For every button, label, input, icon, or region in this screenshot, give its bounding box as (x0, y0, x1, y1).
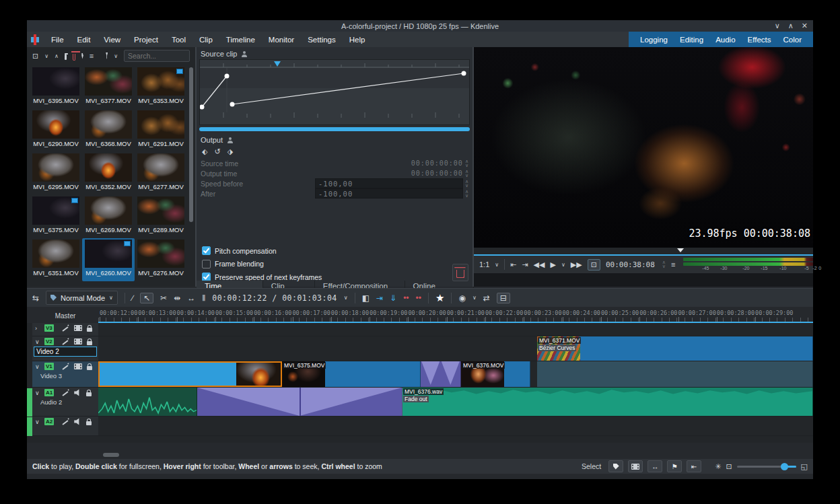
keyframe-move-right-icon[interactable]: ⬗ (228, 147, 233, 156)
timeline-clip[interactable] (421, 361, 461, 387)
track-badge[interactable]: A2 (44, 418, 54, 425)
bin-clip-item[interactable]: MVI_6395.MOV (30, 66, 82, 109)
workspace-tab[interactable]: Effects (742, 36, 777, 44)
bin-clip-item[interactable]: MVI_6290.MOV (30, 109, 82, 152)
forward-icon[interactable]: ▶▶ (571, 260, 582, 269)
track-film-icon[interactable] (74, 338, 82, 345)
track-lock-icon[interactable] (87, 341, 92, 345)
track-badge[interactable]: V1 (44, 363, 54, 370)
track-header[interactable]: ∨ V2 Video 2 (32, 336, 98, 361)
track-name[interactable]: Audio 2 (32, 396, 98, 406)
track-target-indicator[interactable] (27, 417, 32, 436)
monitor-menu-icon[interactable]: ≡ (671, 260, 675, 268)
track-effects-icon[interactable] (62, 363, 69, 370)
menu-item[interactable]: Clip (193, 32, 219, 48)
maximize-button[interactable]: ∧ (788, 22, 794, 30)
bin-clip-item[interactable]: MVI_6353.MOV (135, 66, 187, 109)
spinner-arrows[interactable]: ∧∨ (465, 170, 468, 178)
bin-scrollbar[interactable] (189, 67, 193, 222)
thumbnails-toggle-button[interactable] (628, 460, 643, 472)
slip-tool-icon[interactable]: ↔ (187, 293, 195, 303)
menu-item[interactable]: Monitor (262, 32, 301, 48)
selection-tool-button[interactable]: ↖ (140, 293, 153, 303)
insert-zone-icon[interactable]: ⇥ (376, 293, 383, 303)
track-film-icon[interactable] (74, 325, 82, 331)
track-lock-icon[interactable] (86, 392, 92, 396)
track-lock-icon[interactable] (87, 328, 92, 332)
monitor-seek-bar[interactable] (474, 248, 813, 254)
menu-item[interactable]: Tool (165, 32, 193, 48)
zoom-fit-icon[interactable]: ◱ (801, 462, 808, 471)
timeline-horizontal-scrollbar[interactable] (103, 453, 119, 457)
track-film-icon[interactable] (74, 363, 82, 369)
checkbox[interactable] (202, 260, 211, 268)
track-effects-icon[interactable] (62, 324, 69, 332)
monitor-zoom-dropdown-icon[interactable]: ∨ (495, 262, 499, 268)
track-speaker-icon[interactable] (74, 418, 81, 425)
bin-menu-icon[interactable]: ≡ (90, 52, 94, 60)
create-folder-icon[interactable] (65, 55, 67, 60)
track-header[interactable]: ∨ A2 (32, 417, 98, 436)
play-icon[interactable]: ▶ (550, 260, 555, 269)
track-header[interactable]: ∨ A1 Audio 2 (32, 388, 98, 417)
edit-mode-combobox[interactable]: Normal Mode ∨ (46, 291, 118, 305)
bin-clip-item[interactable]: MVI_6260.MOV (82, 238, 135, 281)
slider-handle[interactable] (781, 463, 788, 470)
track-row-v3[interactable] (98, 323, 813, 336)
timecode-spinner[interactable]: ∧∨ (662, 260, 666, 268)
bin-clip-item[interactable]: MVI_6295.MOV (30, 152, 82, 195)
monitor-zoom-label[interactable]: 1:1 (479, 260, 489, 268)
menu-item[interactable]: Settings (301, 32, 343, 48)
close-button[interactable]: ✕ (802, 22, 808, 30)
track-rename-input[interactable]: Video 2 (34, 347, 97, 357)
zoom-spot-icon[interactable]: ✳ (715, 462, 721, 471)
mixer-button[interactable]: ⊟ (497, 293, 510, 303)
field-value[interactable]: -100,00 (315, 178, 463, 188)
keyframe-center-icon[interactable]: ↺ (214, 147, 220, 156)
timeline-zoom-slider[interactable] (737, 466, 796, 468)
record-icon[interactable]: ◉ (458, 293, 465, 303)
track-lock-icon[interactable] (87, 366, 92, 370)
field-value[interactable]: -100,00 (315, 188, 463, 199)
track-row-a2[interactable] (98, 417, 813, 436)
keyframe-move-left-icon[interactable]: ⬖ (202, 147, 207, 156)
bin-clip-item[interactable]: MVI_6277.MOV (135, 152, 187, 195)
filter-dropdown-icon[interactable]: ∨ (114, 53, 118, 59)
workspace-tab[interactable]: Color (777, 36, 808, 44)
track-effects-icon[interactable] (62, 389, 69, 396)
record-dropdown-icon[interactable]: ∨ (473, 295, 477, 301)
timeline-audio-clip[interactable] (98, 388, 197, 416)
keyframe-graph[interactable] (199, 59, 470, 125)
video-frame[interactable] (474, 47, 813, 248)
bin-clip-item[interactable]: MVI_6289.MOV (135, 195, 187, 238)
multicam-tool-icon[interactable]: ∕ (132, 293, 133, 303)
tag-icon[interactable] (81, 53, 83, 59)
track-badge[interactable]: A1 (44, 389, 54, 396)
menu-item[interactable]: Project (127, 32, 165, 48)
bin-clip-item[interactable]: MVI_6351.MOV (30, 238, 82, 281)
menu-item[interactable]: View (97, 32, 127, 48)
delete-keyframe-button[interactable] (452, 264, 468, 281)
lift-zone-icon[interactable]: •• (416, 293, 421, 303)
checkbox-option[interactable]: Frame blending (197, 258, 264, 270)
workspace-tab[interactable]: Audio (709, 36, 741, 44)
workspace-tab[interactable]: Logging (634, 36, 674, 44)
mix-clips-icon[interactable]: ◧ (362, 293, 370, 303)
track-header[interactable]: › V3 (32, 323, 98, 336)
track-collapse-icon[interactable]: ∨ (35, 390, 42, 396)
menu-item[interactable]: File (44, 32, 71, 48)
checkbox[interactable] (202, 246, 211, 255)
workspace-tab[interactable]: Editing (674, 36, 709, 44)
favorite-effects-icon[interactable]: ★ (435, 292, 444, 304)
field-value[interactable]: 00:00:00:00 (315, 159, 463, 167)
track-name[interactable]: Video 3 (32, 370, 98, 380)
timeline-ruler[interactable]: 00:00:12:0000:00:13:0000:00:14:0000:00:1… (98, 308, 813, 323)
master-track-button[interactable]: Master (32, 308, 98, 323)
spinner-arrows[interactable]: ∧∨ (465, 190, 468, 198)
track-effects-icon[interactable] (62, 418, 69, 425)
switch-target-icon[interactable]: ⇄ (483, 293, 490, 303)
track-badge[interactable]: V2 (44, 338, 54, 345)
track-row-v1[interactable]: MVI_6375.MOV MVI_6376.MOV (98, 361, 813, 388)
add-clip-icon[interactable]: ⊡ (32, 52, 38, 61)
bin-clip-item[interactable]: MVI_6375.MOV (30, 195, 82, 238)
